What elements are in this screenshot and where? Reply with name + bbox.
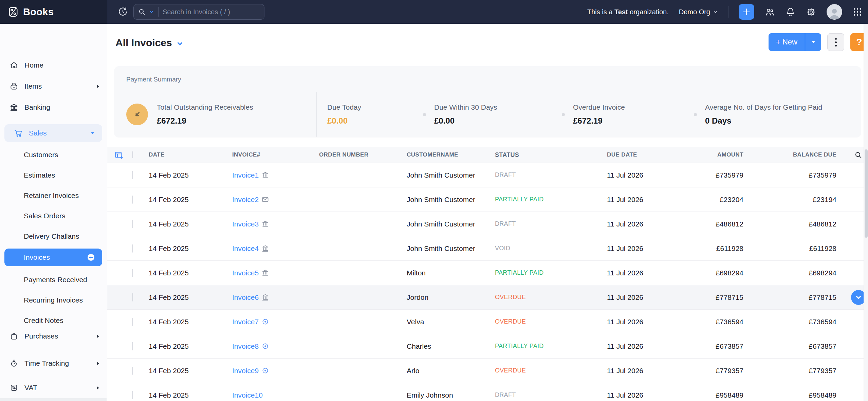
invoice-link[interactable]: Invoice3 [232,220,269,228]
sidebar-subitem-credit-notes[interactable]: Credit Notes [4,312,102,329]
settings-gear-icon[interactable] [806,7,816,17]
sidebar-item-sales[interactable]: Sales [4,124,102,142]
sidebar-subitem-retainer-invoices[interactable]: Retainer Invoices [4,187,102,204]
invoice-number[interactable]: Invoice5 [232,269,259,277]
refresh-icon[interactable] [117,6,128,17]
app-logo[interactable]: Books [0,0,107,24]
sidebar-subitem-customers[interactable]: Customers [4,146,102,164]
invoice-link[interactable]: Invoice9 [232,367,269,375]
table-row[interactable]: 14 Feb 2025 Invoice1 John Smith Customer… [107,163,868,187]
search-scope-chevron-icon[interactable] [149,9,154,15]
status-badge: PARTIALLY PAID [495,343,544,349]
invoice-number[interactable]: Invoice3 [232,220,259,228]
customize-columns-icon[interactable] [114,150,129,160]
col-date[interactable]: DATE [148,151,229,158]
sidebar-item-home[interactable]: Home [0,56,107,74]
col-balance-due[interactable]: BALANCE DUE [759,151,849,158]
vertical-scrollbar[interactable] [864,24,868,401]
col-invoice[interactable]: INVOICE# [229,151,314,158]
new-invoice-button[interactable]: + New [769,33,821,51]
row-checkbox[interactable] [132,196,133,204]
apps-grid-icon[interactable] [852,7,863,17]
invoice-number[interactable]: Invoice7 [232,318,259,326]
col-customer-name[interactable]: CUSTOMERNAME [399,151,485,158]
invoice-link[interactable]: Invoice1 [232,171,269,179]
invoice-number[interactable]: Invoice1 [232,171,259,179]
col-status[interactable]: STATUS [485,151,587,159]
org-selector[interactable]: Demo Org [679,8,718,16]
row-checkbox[interactable] [132,318,133,326]
table-row[interactable]: 14 Feb 2025 Invoice9 Arlo OVERDUE 11 Jul… [107,359,868,383]
sidebar-item-label: Home [24,61,43,69]
invoice-link[interactable]: Invoice8 [232,342,269,350]
invoice-number[interactable]: Invoice2 [232,196,259,204]
sidebar-subitem-recurring-invoices[interactable]: Recurring Invoices [4,291,102,309]
select-all-checkbox[interactable] [132,151,133,158]
sidebar-subitem-estimates[interactable]: Estimates [4,166,102,184]
row-checkbox[interactable] [132,269,133,277]
quick-create-button[interactable] [739,4,754,20]
topbar: Books This is a Test [0,0,868,24]
sidebar-subitem-payments-received[interactable]: Payments Received [4,271,102,289]
add-invoice-plus-icon[interactable] [87,253,95,262]
invoice-number[interactable]: Invoice6 [232,293,259,302]
table-row[interactable]: 14 Feb 2025 Invoice10 Emily Johnson DRAF… [107,383,868,401]
table-row[interactable]: 14 Feb 2025 Invoice8 Charles PARTIALLY P… [107,334,868,359]
bank-icon [261,293,269,301]
invoice-number[interactable]: Invoice10 [232,391,263,399]
table-row[interactable]: 14 Feb 2025 Invoice6 Jordon OVERDUE 11 J… [107,285,868,310]
row-checkbox[interactable] [132,220,133,228]
col-due-date[interactable]: DUE DATE [587,151,679,158]
invoice-number[interactable]: Invoice4 [232,244,259,253]
row-checkbox[interactable] [132,391,133,399]
sidebar-subitem-sales-orders[interactable]: Sales Orders [4,207,102,225]
balance-due: £611928 [809,244,836,252]
table-search-icon[interactable] [854,151,863,159]
col-order-number[interactable]: ORDER NUMBER [314,151,399,158]
row-checkbox[interactable] [132,171,133,179]
row-checkbox[interactable] [132,367,133,375]
avatar[interactable] [827,4,842,20]
scrollbar-thumb[interactable] [865,149,868,238]
col-amount[interactable]: AMOUNT [679,151,759,158]
invoice-link[interactable]: Invoice7 [232,318,269,326]
sidebar-item-vat[interactable]: VAT [0,379,107,397]
invoice-link[interactable]: Invoice5 [232,269,269,277]
table-header: DATE INVOICE# ORDER NUMBER CUSTOMERNAME … [107,147,868,163]
sidebar-subitem-invoices[interactable]: Invoices [4,249,102,266]
invoice-link[interactable]: Invoice10 [232,391,263,399]
users-icon[interactable] [764,7,775,17]
table-row[interactable]: 14 Feb 2025 Invoice3 John Smith Customer… [107,212,868,236]
invoice-link[interactable]: Invoice2 [232,196,269,204]
table-row[interactable]: 14 Feb 2025 Invoice5 Milton PARTIALLY PA… [107,261,868,285]
balance-due: £673857 [809,342,836,350]
table-row[interactable]: 14 Feb 2025 Invoice7 Velva OVERDUE 11 Ju… [107,310,868,334]
invoice-number[interactable]: Invoice8 [232,342,259,350]
row-checkbox[interactable] [132,293,133,302]
page-title[interactable]: All Invoices [115,37,184,49]
invoice-link[interactable]: Invoice6 [232,293,269,302]
invoice-date: 14 Feb 2025 [149,220,189,228]
amount: £958489 [716,391,743,399]
payment-summary-card: Payment Summary Total Outstanding Receiv… [114,66,861,138]
sidebar-item-banking[interactable]: Banking [0,98,107,116]
sidebar-subitem-label: Delivery Challans [24,232,79,240]
summary-dot-divider [562,113,565,116]
row-checkbox[interactable] [132,342,133,350]
summary-divider [316,92,317,137]
sidebar-subitem-delivery-challans[interactable]: Delivery Challans [4,227,102,245]
search-input[interactable] [163,8,260,16]
new-button-caret-icon[interactable] [805,33,821,51]
page-header: All Invoices + New ? [115,33,868,52]
row-checkbox[interactable] [132,244,133,253]
sidebar-item-time-tracking[interactable]: Time Tracking [0,354,107,372]
table-row[interactable]: 14 Feb 2025 Invoice4 John Smith Customer… [107,236,868,261]
notifications-bell-icon[interactable] [785,7,796,17]
more-options-kebab-button[interactable] [827,33,844,51]
invoice-link[interactable]: Invoice4 [232,244,269,253]
bank-icon [261,220,269,228]
sidebar-item-purchases[interactable]: Purchases [0,327,107,345]
invoice-number[interactable]: Invoice9 [232,367,259,375]
sidebar-item-items[interactable]: Items [0,77,107,95]
table-row[interactable]: 14 Feb 2025 Invoice2 John Smith Customer… [107,187,868,212]
